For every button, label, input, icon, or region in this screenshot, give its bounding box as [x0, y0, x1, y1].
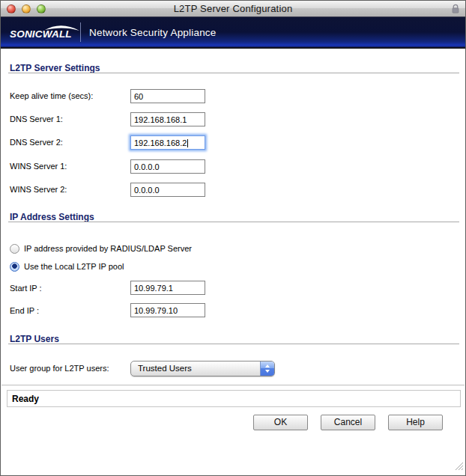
radio-label: Use the Local L2TP IP pool: [24, 262, 124, 271]
banner-divider: [80, 22, 81, 42]
section-divider: [8, 222, 459, 222]
sonicwall-logo-icon: SONICWALL: [9, 24, 81, 45]
status-bar: Ready: [7, 390, 461, 407]
product-name: Network Security Appliance: [89, 27, 217, 38]
window-title: L2TP Server Configuration: [1, 3, 465, 14]
radio-unselected-icon[interactable]: [10, 244, 19, 254]
cancel-button[interactable]: Cancel: [321, 415, 375, 430]
dns-server-1-input[interactable]: 192.168.168.1: [130, 112, 205, 126]
section-divider: [8, 344, 459, 344]
start-ip-label: Start IP :: [10, 284, 42, 293]
user-group-label: User group for L2TP users:: [10, 364, 109, 373]
radio-selected-icon[interactable]: [10, 262, 19, 272]
lock-icon: [451, 4, 460, 17]
dns-server-1-label: DNS Server 1:: [10, 115, 63, 123]
radio-option-local-pool[interactable]: Use the Local L2TP IP pool: [10, 259, 124, 269]
text-caret: [187, 139, 188, 147]
radio-label: IP address provided by RADIUS/LDAP Serve…: [24, 244, 192, 253]
status-text: Ready: [12, 394, 39, 404]
start-ip-input[interactable]: 10.99.79.1: [130, 281, 205, 295]
dns-server-2-label: DNS Server 2:: [10, 138, 63, 147]
arrow-up-icon: [265, 364, 270, 367]
wins-server-1-input[interactable]: 0.0.0.0: [130, 159, 205, 174]
status-divider: [1, 385, 465, 385]
section-title-ip-settings: IP Address Settings: [10, 212, 94, 222]
l2tp-config-window: L2TP Server Configuration SONICWALL Netw…: [0, 0, 466, 476]
section-title-l2tp-users: L2TP Users: [10, 334, 59, 344]
resize-grip[interactable]: [453, 460, 464, 474]
wins-server-1-label: WINS Server 1:: [10, 162, 67, 171]
keep-alive-input[interactable]: 60: [130, 89, 205, 103]
wins-server-2-label: WINS Server 2:: [10, 185, 67, 194]
end-ip-label: End IP :: [10, 306, 39, 315]
radio-option-radius-ldap[interactable]: IP address provided by RADIUS/LDAP Serve…: [10, 241, 192, 251]
keep-alive-label: Keep alive time (secs):: [10, 91, 93, 100]
logo-text: SONICWALL: [10, 28, 72, 40]
end-ip-input[interactable]: 10.99.79.10: [130, 303, 205, 317]
section-title-server-settings: L2TP Server Settings: [10, 63, 100, 73]
dropdown-stepper-icon[interactable]: [260, 361, 274, 376]
help-button[interactable]: Help: [388, 415, 443, 430]
ok-button[interactable]: OK: [253, 415, 308, 430]
wins-server-2-input[interactable]: 0.0.0.0: [130, 183, 205, 197]
section-divider: [8, 73, 459, 73]
brand-banner: SONICWALL Network Security Appliance: [1, 17, 465, 49]
arrow-down-icon: [265, 370, 270, 373]
user-group-select[interactable]: Trusted Users: [130, 361, 275, 376]
titlebar[interactable]: L2TP Server Configuration: [1, 1, 465, 17]
dns-server-2-input[interactable]: 192.168.168.2: [130, 135, 205, 150]
user-group-selected-value: Trusted Users: [138, 364, 192, 373]
